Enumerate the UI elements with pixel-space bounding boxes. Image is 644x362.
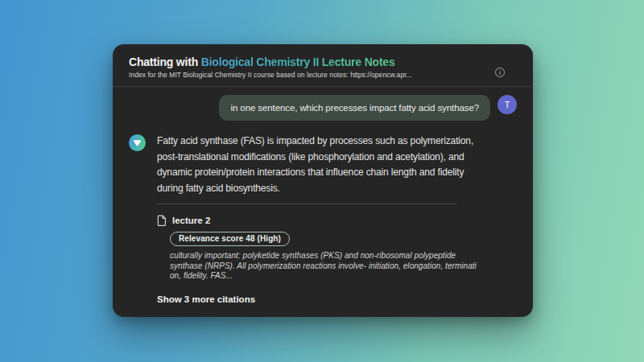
assistant-message-text: Fatty acid synthase (FAS) is impacted by… bbox=[157, 134, 477, 196]
assistant-message-row: Fatty acid synthase (FAS) is impacted by… bbox=[129, 134, 517, 306]
title-prefix: Chatting with bbox=[129, 56, 201, 68]
triangle-down-icon bbox=[133, 136, 142, 150]
show-more-citations-button[interactable]: Show 3 more citations bbox=[157, 294, 255, 304]
assistant-avatar bbox=[129, 134, 146, 151]
document-icon bbox=[157, 215, 167, 226]
info-circle-icon[interactable] bbox=[494, 67, 506, 78]
relevance-score-badge: Relevance score 48 (High) bbox=[170, 232, 290, 246]
index-description: Index for the MIT Biological Chemistry I… bbox=[129, 71, 517, 79]
chat-card: Chatting with Biological Chemistry II Le… bbox=[113, 44, 533, 317]
assistant-message-body: Fatty acid synthase (FAS) is impacted by… bbox=[157, 134, 517, 306]
citation-source-row: lecture 2 bbox=[157, 215, 517, 226]
page-title: Chatting with Biological Chemistry II Le… bbox=[129, 56, 517, 68]
user-message-bubble: in one sentence, which precesses impact … bbox=[219, 95, 490, 121]
citation-block: lecture 2 Relevance score 48 (High) cult… bbox=[157, 215, 517, 306]
message-citation-divider bbox=[157, 204, 456, 204]
title-index-name: Biological Chemistry II Lecture Notes bbox=[201, 56, 395, 68]
chat-messages: in one sentence, which precesses impact … bbox=[113, 87, 533, 306]
user-message-row: in one sentence, which precesses impact … bbox=[129, 95, 517, 121]
citation-source-label: lecture 2 bbox=[172, 216, 210, 225]
user-avatar: T bbox=[497, 95, 517, 114]
card-header: Chatting with Biological Chemistry II Le… bbox=[113, 44, 533, 87]
citation-excerpt: culturally important: polyketide synthas… bbox=[170, 251, 485, 282]
